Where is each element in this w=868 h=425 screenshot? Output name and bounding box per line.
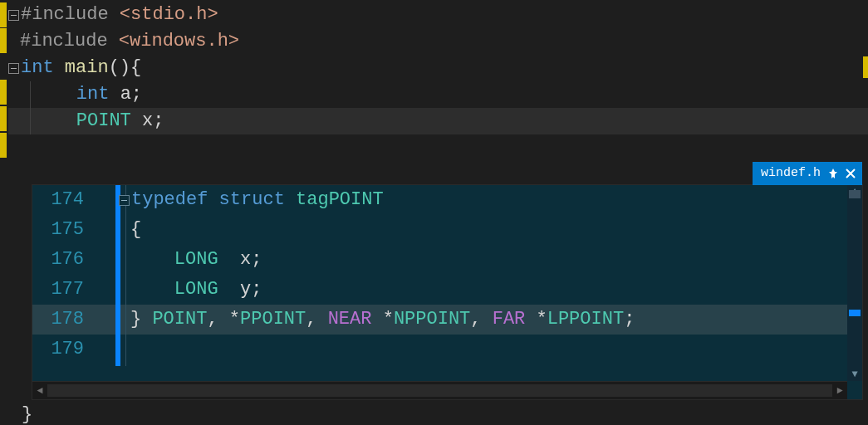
fold-minus-icon[interactable] <box>8 63 19 74</box>
indent-guide <box>30 81 31 108</box>
code-line[interactable]: int main(){ <box>8 55 868 81</box>
peek-code-line[interactable]: 175{ <box>32 215 862 245</box>
code-token: * <box>525 305 547 335</box>
change-marker <box>0 106 7 131</box>
peek-vertical-scrollbar[interactable]: ▲ ▼ <box>847 185 862 381</box>
line-number: 174 <box>32 185 107 215</box>
code-token: LONG <box>174 275 240 305</box>
scroll-left-arrow-icon[interactable]: ◄ <box>32 382 47 399</box>
peek-code-line[interactable]: 174typedef struct tagPOINT <box>32 185 862 215</box>
line-number: 179 <box>32 335 107 364</box>
scrollbar-marker <box>849 310 861 316</box>
code-line[interactable]: #include <windows.h> <box>8 28 868 55</box>
code-token: #include <box>20 28 119 55</box>
scrollbar-track[interactable] <box>47 384 832 397</box>
code-token: #include <box>21 2 120 28</box>
fold-minus-icon[interactable] <box>8 10 19 21</box>
code-token: tagPOINT <box>296 185 384 215</box>
code-token: a <box>120 81 131 108</box>
code-token: (){ <box>109 55 142 81</box>
code-line[interactable]: POINT x; <box>8 108 868 134</box>
code-token: ; <box>153 108 164 134</box>
indent-guide <box>30 108 31 134</box>
change-marker <box>0 2 7 27</box>
change-marker <box>0 80 7 105</box>
peek-code-line[interactable]: 179 <box>32 335 862 364</box>
code-token: , <box>470 305 492 335</box>
code-token: ; <box>131 81 142 108</box>
code-token: POINT <box>76 108 142 134</box>
code-token: <stdio.h> <box>120 2 218 28</box>
code-token: typedef struct <box>131 185 296 215</box>
indent-guide <box>125 185 126 366</box>
code-token: LPPOINT <box>547 305 624 335</box>
code-token: POINT <box>152 305 207 335</box>
peek-code-line[interactable]: 177 LONG y; <box>32 275 862 305</box>
code-token: , <box>306 305 327 335</box>
code-token: , * <box>207 305 240 335</box>
code-token: main <box>65 55 109 81</box>
code-token: int <box>21 55 65 81</box>
code-token: * <box>371 305 393 335</box>
code-line[interactable]: int a; <box>8 81 868 108</box>
scroll-down-arrow-icon[interactable]: ▼ <box>847 368 862 381</box>
peek-change-bar <box>115 185 120 366</box>
code-token: int <box>76 81 120 108</box>
main-code-area[interactable]: #include <stdio.h>#include <windows.h>in… <box>8 2 868 134</box>
peek-tab[interactable]: windef.h <box>753 162 862 185</box>
peek-horizontal-scrollbar[interactable]: ◄ ► <box>32 381 847 399</box>
code-text: } <box>22 404 32 425</box>
code-token: ; <box>251 245 262 275</box>
code-token: { <box>130 215 141 245</box>
pin-icon[interactable] <box>827 168 839 179</box>
code-token: } <box>130 305 152 335</box>
code-token: NEAR <box>328 305 372 335</box>
peek-definition-panel[interactable]: windef.h 174typedef struct tagPOINT175{1… <box>32 184 863 400</box>
code-token: LONG <box>174 245 240 275</box>
code-token: NPPOINT <box>394 305 470 335</box>
change-marker <box>0 28 7 53</box>
code-editor[interactable]: #include <stdio.h>#include <windows.h>in… <box>0 0 868 425</box>
close-icon[interactable] <box>846 169 856 178</box>
peek-code-area[interactable]: 174typedef struct tagPOINT175{176 LONG x… <box>32 185 862 364</box>
line-number: 176 <box>32 245 107 275</box>
scroll-right-arrow-icon[interactable]: ► <box>832 382 847 399</box>
code-token: y <box>240 275 251 305</box>
code-token: ; <box>624 305 635 335</box>
line-number: 177 <box>32 275 107 305</box>
peek-code-line[interactable]: 176 LONG x; <box>32 245 862 275</box>
code-token: <windows.h> <box>119 28 239 55</box>
change-marker <box>0 133 7 158</box>
line-number: 175 <box>32 215 107 245</box>
fold-minus-icon[interactable] <box>119 195 130 206</box>
line-number: 178 <box>32 305 107 335</box>
peek-tab-label: windef.h <box>761 162 821 185</box>
peek-code-line[interactable]: 178} POINT, *PPOINT, NEAR *NPPOINT, FAR … <box>32 305 862 335</box>
code-token: ; <box>251 275 262 305</box>
code-token: FAR <box>493 305 526 335</box>
code-line[interactable]: #include <stdio.h> <box>8 2 868 28</box>
code-token: x <box>142 108 153 134</box>
code-token: PPOINT <box>240 305 306 335</box>
code-token: x <box>240 245 251 275</box>
scrollbar-thumb[interactable] <box>849 190 861 198</box>
